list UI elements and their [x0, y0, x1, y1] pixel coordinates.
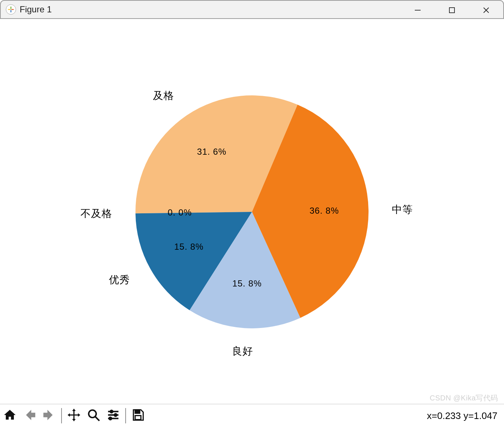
- window-controls: [401, 1, 503, 20]
- window-title: Figure 1: [20, 4, 52, 15]
- svg-rect-12: [135, 410, 140, 414]
- maximize-button[interactable]: [435, 1, 469, 20]
- svg-line-5: [95, 417, 99, 421]
- figure-canvas[interactable]: 31. 6%及格0. 0%不及格15. 8%优秀15. 8%良好36. 8%中等: [1, 19, 503, 404]
- arrow-right-icon: [42, 408, 56, 423]
- pie-percentage: 15. 8%: [232, 278, 262, 289]
- home-button[interactable]: [0, 405, 20, 427]
- svg-point-11: [109, 417, 111, 419]
- svg-rect-1: [449, 8, 454, 13]
- back-button[interactable]: [20, 405, 39, 427]
- pie-category-label: 良好: [232, 344, 253, 358]
- app-icon: [6, 4, 16, 15]
- home-icon: [3, 408, 17, 423]
- svg-point-7: [110, 410, 113, 412]
- pie-category-label: 不及格: [80, 207, 112, 221]
- pie-category-label: 优秀: [109, 273, 130, 287]
- pie-category-label: 及格: [153, 89, 174, 103]
- magnifier-icon: [87, 408, 101, 423]
- title-bar: Figure 1: [0, 0, 504, 19]
- pie-percentage: 15. 8%: [174, 242, 204, 252]
- zoom-button[interactable]: [84, 405, 103, 427]
- arrow-left-icon: [23, 408, 36, 423]
- svg-point-4: [89, 410, 97, 418]
- cursor-coordinates: x=0.233 y=1.047: [427, 410, 497, 422]
- close-button[interactable]: [469, 1, 503, 20]
- pie-category-label: 中等: [392, 203, 413, 217]
- svg-point-9: [114, 414, 117, 416]
- forward-button[interactable]: [39, 405, 59, 427]
- configure-button[interactable]: [103, 405, 123, 427]
- pie-percentage: 36. 8%: [310, 206, 339, 216]
- pan-button[interactable]: [64, 405, 84, 427]
- save-icon: [131, 408, 145, 423]
- pie-percentage: 31. 6%: [197, 147, 227, 157]
- toolbar-separator: [61, 408, 62, 423]
- sliders-icon: [106, 408, 120, 423]
- move-icon: [67, 408, 81, 423]
- pie-percentage: 0. 0%: [168, 207, 192, 218]
- toolbar-separator: [125, 408, 126, 423]
- pie-chart: 31. 6%及格0. 0%不及格15. 8%优秀15. 8%良好36. 8%中等: [135, 95, 369, 328]
- minimize-button[interactable]: [401, 1, 435, 20]
- save-button[interactable]: [128, 405, 148, 427]
- nav-toolbar: x=0.233 y=1.047: [0, 404, 504, 427]
